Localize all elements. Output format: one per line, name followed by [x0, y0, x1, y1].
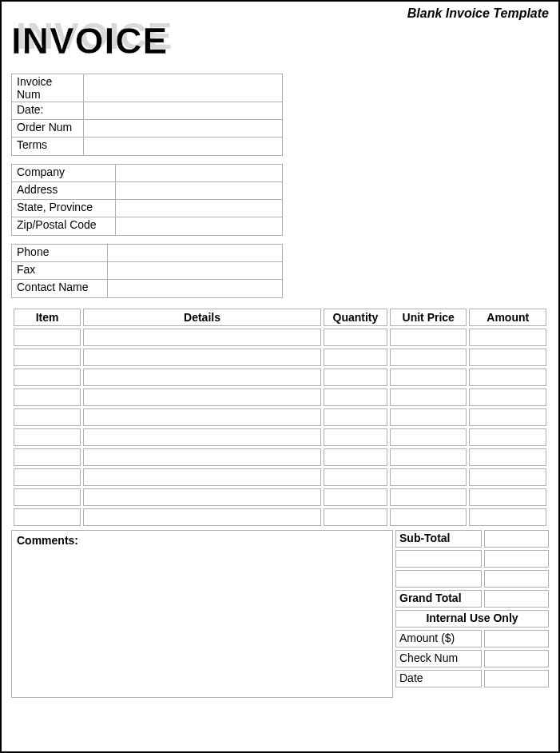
cell-unit_price[interactable]	[390, 468, 467, 486]
fax-field[interactable]	[108, 262, 282, 279]
table-row	[14, 428, 546, 446]
cell-quantity[interactable]	[324, 488, 387, 506]
cell-amount[interactable]	[469, 369, 546, 386]
cell-quantity[interactable]	[324, 448, 387, 466]
cell-unit_price[interactable]	[390, 329, 467, 346]
internal-check-num-label: Check Num	[395, 650, 482, 667]
cell-amount[interactable]	[469, 329, 546, 346]
order-num-label: Order Num	[12, 120, 84, 137]
cell-details[interactable]	[83, 468, 321, 486]
cell-item[interactable]	[14, 428, 81, 446]
comments-box[interactable]: Comments:	[11, 530, 393, 698]
cell-details[interactable]	[83, 349, 321, 366]
cell-amount[interactable]	[469, 349, 546, 366]
totals-block: Sub-Total Grand Total Internal Use Only …	[395, 530, 549, 698]
zip-label: Zip/Postal Code	[12, 217, 116, 235]
company-field[interactable]	[116, 165, 282, 181]
subtotal-field[interactable]	[484, 530, 549, 548]
subtotal-label: Sub-Total	[395, 530, 482, 548]
cell-details[interactable]	[83, 508, 321, 526]
internal-check-num-field[interactable]	[484, 650, 549, 667]
cell-item[interactable]	[14, 508, 81, 526]
state-label: State, Province	[12, 200, 116, 217]
cell-unit_price[interactable]	[390, 428, 467, 446]
cell-quantity[interactable]	[324, 349, 387, 366]
cell-item[interactable]	[14, 388, 81, 406]
cell-details[interactable]	[83, 488, 321, 506]
cell-unit_price[interactable]	[390, 349, 467, 366]
terms-label: Terms	[12, 137, 84, 155]
cell-quantity[interactable]	[324, 388, 387, 406]
terms-field[interactable]	[84, 137, 282, 155]
grand-total-field[interactable]	[484, 590, 549, 608]
cell-item[interactable]	[14, 488, 81, 506]
cell-amount[interactable]	[469, 508, 546, 526]
cell-details[interactable]	[83, 408, 321, 426]
cell-amount[interactable]	[469, 468, 546, 486]
phone-field[interactable]	[108, 245, 282, 261]
invoice-num-field[interactable]	[84, 74, 282, 102]
cell-quantity[interactable]	[324, 329, 387, 346]
cell-amount[interactable]	[469, 388, 546, 406]
cell-item[interactable]	[14, 448, 81, 466]
cell-details[interactable]	[83, 329, 321, 346]
company-block: Company Address State, Province Zip/Post…	[11, 164, 283, 236]
cell-unit_price[interactable]	[390, 369, 467, 386]
cell-unit_price[interactable]	[390, 448, 467, 466]
contact-name-label: Contact Name	[12, 280, 108, 297]
cell-amount[interactable]	[469, 408, 546, 426]
cell-unit_price[interactable]	[390, 488, 467, 506]
footer: Comments: Sub-Total Grand Total Internal…	[11, 530, 549, 698]
cell-quantity[interactable]	[324, 468, 387, 486]
cell-details[interactable]	[83, 388, 321, 406]
cell-unit_price[interactable]	[390, 408, 467, 426]
table-row	[14, 329, 546, 346]
cell-amount[interactable]	[469, 488, 546, 506]
cell-item[interactable]	[14, 408, 81, 426]
cell-details[interactable]	[83, 369, 321, 386]
cell-item[interactable]	[14, 468, 81, 486]
cell-details[interactable]	[83, 448, 321, 466]
table-row	[14, 349, 546, 366]
order-num-field[interactable]	[84, 120, 282, 137]
table-row	[14, 488, 546, 506]
internal-amount-label: Amount ($)	[395, 630, 482, 647]
items-table: Item Details Quantity Unit Price Amount	[11, 306, 549, 528]
table-row	[14, 369, 546, 386]
zip-field[interactable]	[116, 217, 282, 235]
cell-quantity[interactable]	[324, 508, 387, 526]
internal-date-label: Date	[395, 670, 482, 687]
internal-date-field[interactable]	[484, 670, 549, 687]
title-text: INVOICE	[11, 20, 168, 62]
cell-quantity[interactable]	[324, 369, 387, 386]
cell-item[interactable]	[14, 329, 81, 346]
table-row	[14, 408, 546, 426]
date-field[interactable]	[84, 102, 282, 119]
cell-unit_price[interactable]	[390, 388, 467, 406]
internal-use-header: Internal Use Only	[395, 610, 549, 628]
cell-item[interactable]	[14, 349, 81, 366]
grand-total-label: Grand Total	[395, 590, 482, 608]
comments-label: Comments:	[17, 534, 78, 547]
cell-unit_price[interactable]	[390, 508, 467, 526]
contact-name-field[interactable]	[108, 280, 282, 297]
cell-item[interactable]	[14, 369, 81, 386]
totals-blank2-field[interactable]	[484, 570, 549, 588]
company-label: Company	[12, 165, 116, 181]
cell-quantity[interactable]	[324, 428, 387, 446]
col-header-quantity: Quantity	[324, 309, 387, 326]
totals-blank1-field[interactable]	[484, 550, 549, 568]
state-field[interactable]	[116, 200, 282, 217]
fax-label: Fax	[12, 262, 108, 279]
address-field[interactable]	[116, 182, 282, 199]
phone-label: Phone	[12, 245, 108, 261]
cell-amount[interactable]	[469, 448, 546, 466]
col-header-unit-price: Unit Price	[390, 309, 467, 326]
invoice-num-label: Invoice Num	[12, 74, 84, 102]
cell-quantity[interactable]	[324, 408, 387, 426]
totals-blank1-label	[395, 550, 482, 568]
table-row	[14, 468, 546, 486]
cell-details[interactable]	[83, 428, 321, 446]
cell-amount[interactable]	[469, 428, 546, 446]
internal-amount-field[interactable]	[484, 630, 549, 647]
